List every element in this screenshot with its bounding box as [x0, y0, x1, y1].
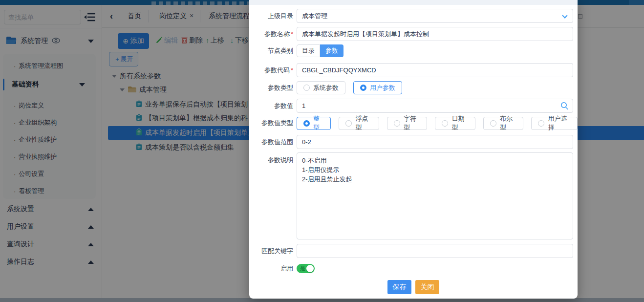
radio-icon: [490, 120, 496, 127]
option-label: 系统参数: [313, 84, 339, 92]
radio-checked-icon: [360, 85, 366, 91]
dialog-header-clipped: [249, 0, 578, 5]
parent-directory-select[interactable]: 成本管理: [297, 9, 573, 23]
option-label: 用户选择: [548, 114, 571, 132]
option-label: 字符型: [404, 114, 421, 132]
required-asterisk: *: [291, 66, 293, 74]
field-label: 参数值类型: [249, 119, 293, 128]
form-row-keyword: 匹配关键字: [249, 244, 578, 258]
radio-icon: [394, 120, 400, 127]
form-row-value-type: 参数值类型 整型 浮点型 字符型 日期型: [249, 117, 578, 129]
radio-icon: [442, 120, 448, 127]
value-type-option-boolean[interactable]: 布尔型: [483, 117, 524, 130]
radio-icon: [303, 85, 310, 91]
field-label: 参数名称*: [249, 30, 293, 39]
param-code-input[interactable]: [297, 63, 573, 77]
node-type-option-parameter[interactable]: 参数: [320, 44, 343, 57]
radio-icon: [538, 120, 544, 127]
form-row-parent-dir: 上级目录 成本管理: [249, 9, 578, 23]
field-label: 节点类别: [249, 46, 293, 55]
save-button[interactable]: 保存: [387, 280, 411, 294]
search-icon[interactable]: [560, 102, 569, 112]
option-label: 浮点型: [355, 114, 372, 132]
edit-parameter-dialog: 上级目录 成本管理 参数名称* 节点类别 目录 参数 参数代码* 参数类型: [249, 0, 578, 299]
value-type-option-integer[interactable]: 整型: [297, 117, 331, 130]
field-label: 参数值范围: [249, 138, 293, 147]
param-type-radio-group: 系统参数 用户参数: [297, 81, 402, 94]
toggle-state-label: 是: [300, 265, 305, 272]
form-row-param-value: 参数值: [249, 99, 578, 113]
chevron-down-icon: [562, 13, 567, 18]
value-type-option-date[interactable]: 日期型: [435, 117, 475, 130]
field-label: 参数值: [249, 102, 293, 110]
node-type-segmented-control: 目录 参数: [297, 44, 343, 57]
enabled-toggle[interactable]: 是: [297, 264, 315, 273]
option-label: 整型: [313, 114, 324, 132]
field-label: 启用: [249, 264, 293, 273]
required-asterisk: *: [291, 30, 293, 38]
option-label: 布尔型: [500, 114, 517, 132]
param-type-option-system[interactable]: 系统参数: [297, 81, 345, 94]
form-row-param-name: 参数名称*: [249, 27, 578, 41]
field-label: 参数说明: [249, 156, 293, 165]
value-type-option-user-select[interactable]: 用户选择: [531, 117, 578, 130]
app-window: 系统管理 · 系统管理流程图 基础资料 · 岗位定义: [0, 0, 644, 302]
value-type-radio-group: 整型 浮点型 字符型 日期型 布尔型: [297, 117, 578, 130]
dialog-footer: 保存 关闭: [249, 280, 578, 294]
field-label: 参数类型: [249, 84, 293, 92]
keyword-input[interactable]: [297, 244, 573, 258]
node-type-option-directory[interactable]: 目录: [297, 44, 320, 57]
toggle-knob: [306, 265, 314, 272]
field-label: 匹配关键字: [249, 247, 293, 256]
param-value-input[interactable]: [297, 99, 573, 113]
field-label: 参数代码*: [249, 66, 293, 75]
close-button[interactable]: 关闭: [415, 280, 439, 294]
form-row-param-type: 参数类型 系统参数 用户参数: [249, 81, 578, 94]
value-range-input[interactable]: [297, 135, 573, 149]
form-row-value-range: 参数值范围: [249, 135, 578, 149]
param-name-input[interactable]: [297, 27, 573, 41]
value-type-option-string[interactable]: 字符型: [387, 117, 428, 130]
field-label: 上级目录: [249, 12, 293, 21]
param-value-wrap: [297, 99, 573, 113]
form-row-description: 参数说明 0-不启用 1-启用仅提示 2-启用且禁止发起: [249, 152, 578, 239]
radio-checked-icon: [303, 120, 310, 127]
radio-icon: [345, 120, 352, 127]
form-row-enabled: 启用 是: [249, 264, 578, 273]
param-type-option-user[interactable]: 用户参数: [353, 81, 402, 94]
selected-value: 成本管理: [302, 12, 327, 21]
option-label: 日期型: [451, 114, 469, 132]
form-row-param-code: 参数代码*: [249, 63, 578, 77]
option-label: 用户参数: [370, 84, 395, 92]
form-row-node-type: 节点类别 目录 参数: [249, 44, 578, 57]
description-textarea[interactable]: 0-不启用 1-启用仅提示 2-启用且禁止发起: [297, 152, 573, 239]
value-type-option-float[interactable]: 浮点型: [339, 117, 379, 130]
